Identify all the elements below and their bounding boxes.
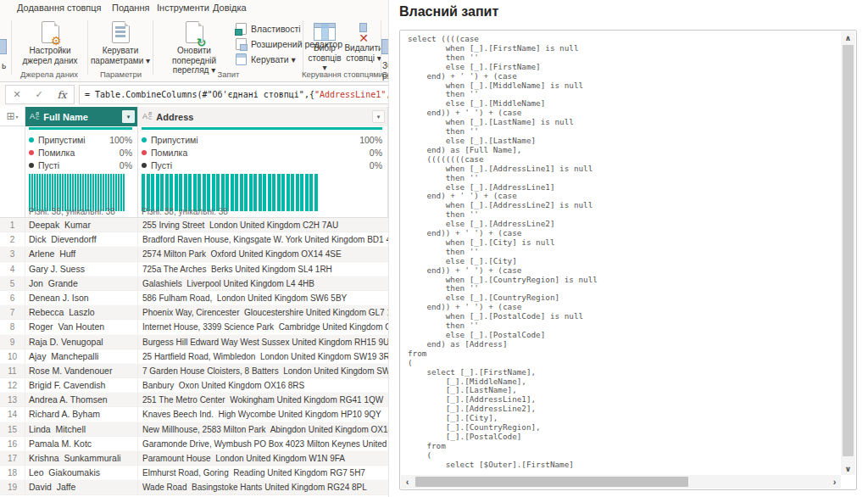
full-name-cell[interactable]: Rebecca Laszlo — [25, 305, 138, 319]
table-row[interactable]: 17 Krishna Sunkammurali Paramount House … — [0, 451, 388, 466]
row-number-cell[interactable]: 17 — [0, 451, 25, 465]
full-name-cell[interactable]: Arlene Huff — [25, 247, 138, 260]
properties-button[interactable]: Властивості — [236, 21, 301, 36]
address-cell[interactable]: New Millhouse, 2583 Milton Park Abingdon… — [138, 422, 388, 436]
address-cell[interactable]: Wade Road Basingstoke Hants United Kingd… — [138, 480, 388, 494]
native-query-code-box[interactable]: select ((((case when [_].[FirstName] is … — [399, 30, 857, 490]
filter-dropdown-icon[interactable]: ▾ — [122, 110, 135, 123]
table-row[interactable]: 3 Arlene Huff 2574 Milton Park Oxford Un… — [0, 247, 388, 261]
address-cell[interactable]: Internet House, 3399 Science Park Cambri… — [138, 320, 388, 333]
table-row[interactable]: 7 Rebecca Laszlo Phoenix Way, Cirenceste… — [0, 305, 388, 320]
formula-input[interactable]: = Table.CombineColumns(#"Об'єднані стовп… — [79, 85, 388, 104]
full-name-cell[interactable]: Rose M. Vandenouer — [25, 364, 138, 377]
full-name-cell[interactable]: Brigid F. Cavendish — [25, 378, 138, 392]
table-row[interactable]: 1 Deepak Kumar 255 Irving Street London … — [0, 218, 388, 232]
full-name-cell[interactable]: Denean J. Ison — [25, 291, 138, 304]
address-cell[interactable]: Garamonde Drive, Wymbush PO Box 4023 Mil… — [138, 437, 388, 450]
quality-full-name[interactable]: Припустимі100% Помилка0% Пусті0% Різні: … — [25, 126, 138, 218]
address-cell[interactable]: 2574 Milton Park Oxford United Kingdom O… — [138, 247, 388, 260]
full-name-cell[interactable]: Roger Van Houten — [25, 320, 138, 333]
row-number-cell[interactable]: 1 — [0, 218, 25, 232]
cancel-formula-icon[interactable]: ✕ — [13, 89, 20, 100]
row-number-cell[interactable]: 6 — [0, 291, 25, 304]
row-number-cell[interactable]: 19 — [0, 480, 25, 494]
address-cell[interactable]: 25 Hartfield Road, Wimbledon London Unit… — [138, 349, 388, 363]
address-cell[interactable]: Bradford Raven House, Kingsgate W. York … — [138, 232, 388, 246]
row-number-cell[interactable]: 4 — [0, 262, 25, 276]
row-number-cell[interactable]: 2 — [0, 232, 25, 246]
horizontal-scrollbar[interactable]: ‹ › — [401, 475, 841, 489]
refresh-preview-button[interactable]: ↻ Оновити попередній перегляд ▾ — [155, 20, 233, 75]
clipped-button-label[interactable]: ь — [2, 61, 6, 70]
address-cell[interactable]: Knaves Beech Ind. High Wycombe United Ki… — [138, 407, 388, 421]
address-cell[interactable]: 251 The Metro Center Wokingham United Ki… — [138, 393, 388, 406]
row-number-cell[interactable]: 13 — [0, 393, 25, 406]
tab-add-column[interactable]: Додавання стовпця — [17, 3, 102, 13]
row-number-cell[interactable]: 7 — [0, 305, 25, 319]
full-name-cell[interactable]: Andrea A. Thomsen — [25, 393, 138, 406]
full-name-cell[interactable]: Richard A. Byham — [25, 407, 138, 421]
tab-tools[interactable]: Інструменти — [157, 3, 209, 13]
row-number-cell[interactable]: 9 — [0, 335, 25, 349]
address-cell[interactable]: Phoenix Way, Cirencester Gloucestershire… — [138, 305, 388, 319]
scroll-left-icon[interactable]: ‹ — [401, 475, 414, 489]
table-row[interactable]: 8 Roger Van Houten Internet House, 3399 … — [0, 320, 388, 334]
address-cell[interactable]: Galashiels Liverpool United Kingdom L4 4… — [138, 276, 388, 290]
table-row[interactable]: 10 Ajay Manchepalli 25 Hartfield Road, W… — [0, 349, 388, 364]
address-cell[interactable]: 7 Garden House Cloisters, 8 Batters Lond… — [138, 364, 388, 377]
row-number-cell[interactable]: 8 — [0, 320, 25, 333]
tab-help[interactable]: Довідка — [213, 3, 247, 13]
data-source-settings-button[interactable]: ⚙ Настройки джерел даних — [14, 20, 86, 65]
horizontal-scroll-thumb[interactable] — [415, 477, 688, 487]
commit-formula-icon[interactable]: ✓ — [35, 89, 42, 100]
full-name-cell[interactable]: Ajay Manchepalli — [25, 349, 138, 363]
address-cell[interactable]: 586 Fulham Road, London United Kingdom S… — [138, 291, 388, 304]
table-row[interactable]: 9 Raja D. Venugopal Burgess Hill Edward … — [0, 335, 388, 349]
full-name-cell[interactable]: Krishna Sunkammurali — [25, 451, 138, 465]
quality-address[interactable]: Припустимі100% Помилка0% Пусті0% Різні: … — [138, 126, 388, 218]
vertical-scroll-thumb[interactable] — [843, 45, 854, 456]
table-row[interactable]: 13 Andrea A. Thomsen 251 The Metro Cente… — [0, 393, 388, 407]
column-header-full-name[interactable]: ABC Full Name ▾ — [25, 107, 138, 126]
row-number-cell[interactable]: 10 — [0, 349, 25, 363]
manage-parameters-button[interactable]: Керувати параметрами ▾ — [90, 20, 151, 65]
full-name-cell[interactable]: Raja D. Venugopal — [25, 335, 138, 349]
row-number-cell[interactable]: 18 — [0, 466, 25, 479]
full-name-cell[interactable]: Leo Giakoumakis — [25, 466, 138, 479]
full-name-cell[interactable]: Jon Grande — [25, 276, 138, 290]
row-number-cell[interactable]: 14 — [0, 407, 25, 421]
full-name-cell[interactable]: Dick Dievendorff — [25, 232, 138, 246]
row-number-cell[interactable]: 5 — [0, 276, 25, 290]
address-cell[interactable]: 255 Irving Street London United Kingdom … — [138, 218, 388, 232]
scroll-right-icon[interactable]: › — [828, 475, 841, 489]
full-name-cell[interactable]: David Jaffe — [25, 480, 138, 494]
row-number-cell[interactable]: 3 — [0, 247, 25, 260]
row-number-cell[interactable]: 16 — [0, 437, 25, 450]
address-cell[interactable]: 725a The Arches Berks United Kingdom SL4… — [138, 262, 388, 276]
remove-columns-button[interactable]: ✕ Видалити стовпці ▾ — [344, 20, 383, 63]
table-row[interactable]: 5 Jon Grande Galashiels Liverpool United… — [0, 276, 388, 291]
table-row[interactable]: 12 Brigid F. Cavendish Banbury Oxon Unit… — [0, 378, 388, 393]
full-name-cell[interactable]: Linda Mitchell — [25, 422, 138, 436]
table-row[interactable]: 11 Rose M. Vandenouer 7 Garden House Clo… — [0, 364, 388, 378]
manage-query-button[interactable]: Керувати ▾ — [236, 52, 296, 66]
table-row[interactable]: 6 Denean J. Ison 586 Fulham Road, London… — [0, 291, 388, 305]
table-row[interactable]: 19 David Jaffe Wade Road Basingstoke Han… — [0, 480, 388, 494]
address-cell[interactable]: Paramount House London United Kingdom W1… — [138, 451, 388, 465]
full-name-cell[interactable]: Gary J. Suess — [25, 262, 138, 276]
tab-view[interactable]: Подання — [112, 3, 149, 13]
scroll-up-icon[interactable]: ∧ — [841, 31, 855, 44]
fx-icon[interactable]: fx — [57, 89, 66, 101]
choose-columns-button[interactable]: Вибір стовпців ▾ — [305, 20, 344, 73]
table-row[interactable]: 18 Leo Giakoumakis Elmhurst Road, Goring… — [0, 466, 388, 480]
table-row[interactable]: 2 Dick Dievendorff Bradford Raven House,… — [0, 232, 388, 247]
row-number-cell[interactable]: 12 — [0, 378, 25, 392]
full-name-cell[interactable]: Deepak Kumar — [25, 218, 138, 232]
table-row[interactable]: 16 Pamala M. Kotc Garamonde Drive, Wymbu… — [0, 437, 388, 451]
vertical-scrollbar[interactable]: ∧ ∨ — [841, 31, 855, 475]
table-row[interactable]: 14 Richard A. Byham Knaves Beech Ind. Hi… — [0, 407, 388, 422]
table-row[interactable]: 15 Linda Mitchell New Millhouse, 2583 Mi… — [0, 422, 388, 437]
select-all-corner[interactable]: ⊞▾ — [0, 107, 25, 126]
table-row[interactable]: 4 Gary J. Suess 725a The Arches Berks Un… — [0, 262, 388, 276]
column-header-address[interactable]: ABC Address ▾ — [138, 107, 388, 126]
